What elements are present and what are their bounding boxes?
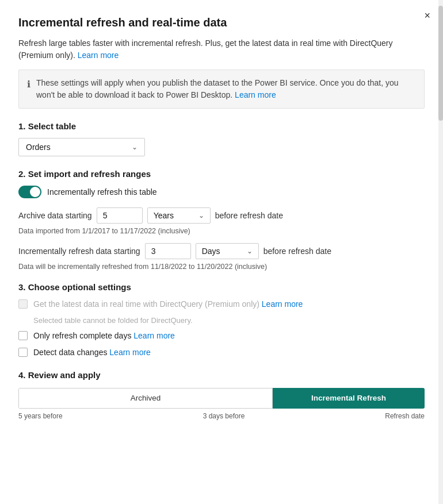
timeline-label-mid: 3 days before [203,412,245,420]
timeline-label-left: 5 years before [18,412,63,420]
intro-text: Refresh large tables faster with increme… [18,37,425,61]
table-dropdown[interactable]: Orders ⌄ [18,138,145,156]
close-button[interactable]: × [421,8,434,23]
timeline-bar: Archived Incremental Refresh [18,388,425,409]
realtime-learn-more-link[interactable]: Learn more [262,299,303,309]
section-refresh-ranges: 2. Set import and refresh ranges Increme… [18,169,425,271]
detect-changes-row: Detect data changes Learn more [18,347,425,359]
archive-row: Archive data starting Years ⌄ before ref… [18,207,425,224]
bar-incremental: Incremental Refresh [273,388,425,409]
section2-title: 2. Set import and refresh ranges [18,169,425,179]
complete-days-row: Only refresh complete days Learn more [18,330,425,342]
complete-days-label: Only refresh complete days Learn more [33,330,175,342]
dialog-title: Incremental refresh and real-time data [18,16,425,29]
refresh-hint: Data will be incrementally refreshed fro… [18,263,425,271]
detect-changes-label: Detect data changes Learn more [33,347,151,359]
scrollbar[interactable] [438,0,443,504]
realtime-disabled-hint: Selected table cannot be folded for Dire… [33,316,425,325]
refresh-label: Incrementally refresh data starting [18,247,140,256]
archive-unit-dropdown[interactable]: Years ⌄ [147,207,211,224]
toggle-row: Incrementally refresh this table [18,186,425,198]
archive-label: Archive data starting [18,211,92,220]
archive-hint: Data imported from 1/1/2017 to 11/17/202… [18,227,425,235]
realtime-checkbox[interactable] [18,299,28,309]
section3-title: 3. Choose optional settings [18,282,425,292]
refresh-unit-dropdown[interactable]: Days ⌄ [196,243,259,259]
refresh-input[interactable] [145,243,191,259]
complete-days-learn-more-link[interactable]: Learn more [133,331,175,340]
archive-unit-chevron: ⌄ [198,211,204,220]
refresh-row: Incrementally refresh data starting Days… [18,243,425,259]
timeline-labels: 5 years before 3 days before Refresh dat… [18,412,425,420]
refresh-unit-chevron: ⌄ [247,247,253,255]
dialog: × Incremental refresh and real-time data… [0,0,443,504]
timeline-label-right: Refresh date [385,412,425,420]
table-dropdown-chevron: ⌄ [132,143,138,151]
scrollbar-thumb[interactable] [438,6,443,121]
info-icon: ℹ [27,78,30,91]
table-dropdown-value: Orders [26,143,51,152]
realtime-row: Get the latest data in real time with Di… [18,299,425,310]
refresh-unit-value: Days [202,247,220,256]
toggle-label: Incrementally refresh this table [47,187,157,197]
intro-learn-more-link[interactable]: Learn more [78,51,119,60]
section-optional-settings: 3. Choose optional settings Get the late… [18,282,425,359]
archive-suffix: before refresh date [215,211,283,220]
section-select-table: 1. Select table Orders ⌄ [18,121,425,156]
realtime-label: Get the latest data in real time with Di… [33,299,303,310]
banner-text: These settings will apply when you publi… [36,77,416,101]
bar-archived: Archived [18,388,273,409]
incremental-toggle[interactable] [18,186,41,198]
archive-unit-value: Years [154,211,174,220]
section-review-apply: 4. Review and apply Archived Incremental… [18,370,425,420]
section4-title: 4. Review and apply [18,370,425,380]
detect-changes-checkbox[interactable] [18,348,28,357]
toggle-knob [30,187,40,197]
banner-learn-more-link[interactable]: Learn more [235,90,276,99]
complete-days-checkbox[interactable] [18,331,28,340]
archive-input[interactable] [97,207,143,224]
section1-title: 1. Select table [18,121,425,131]
info-banner: ℹ These settings will apply when you pub… [18,70,425,109]
detect-changes-learn-more-link[interactable]: Learn more [109,348,151,357]
refresh-suffix: before refresh date [263,247,331,256]
timeline-bar-wrap: Archived Incremental Refresh 5 years bef… [18,388,425,420]
